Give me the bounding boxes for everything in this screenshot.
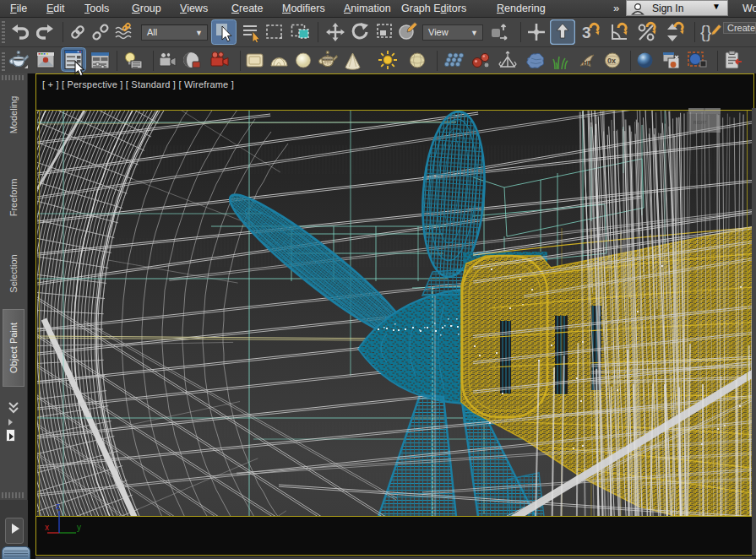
svg-text:z: z — [56, 502, 60, 511]
svg-text:0x: 0x — [607, 57, 616, 65]
svg-text:RIGHT: RIGHT — [693, 120, 707, 125]
svg-text:x: x — [45, 523, 49, 532]
svg-text:y: y — [77, 523, 81, 532]
svg-text:{}: {} — [700, 23, 712, 41]
svg-text:HF: HF — [583, 59, 592, 67]
